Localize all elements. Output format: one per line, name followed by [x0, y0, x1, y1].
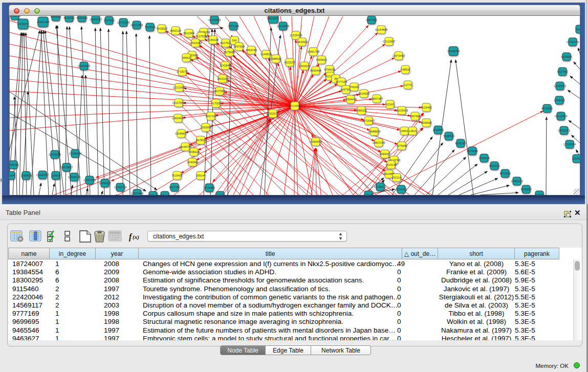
- svg-text:17534: 17534: [364, 193, 372, 195]
- svg-text:8215955: 8215955: [541, 107, 552, 110]
- svg-text:3675685: 3675685: [224, 51, 234, 54]
- svg-text:15751074: 15751074: [567, 40, 579, 43]
- svg-text:10653257: 10653257: [90, 18, 102, 21]
- svg-text:19166827: 19166827: [175, 132, 187, 135]
- svg-text:2087682: 2087682: [366, 18, 377, 21]
- svg-text:748500: 748500: [401, 68, 410, 71]
- svg-text:3716485: 3716485: [204, 186, 214, 189]
- svg-text:9357964: 9357964: [409, 115, 420, 118]
- svg-text:12770: 12770: [404, 83, 411, 86]
- svg-text:417006: 417006: [211, 102, 221, 105]
- svg-text:19651: 19651: [400, 129, 408, 133]
- svg-text:10961758: 10961758: [307, 50, 319, 53]
- svg-text:16210643: 16210643: [555, 115, 567, 118]
- svg-text:(x): (x): [133, 234, 139, 240]
- svg-text:20691406: 20691406: [37, 20, 49, 24]
- svg-text:8454749: 8454749: [246, 49, 256, 52]
- svg-text:12923446: 12923446: [131, 192, 143, 195]
- svg-text:25302073: 25302073: [267, 112, 279, 115]
- svg-text:15720407: 15720407: [362, 119, 375, 122]
- svg-text:1733426: 1733426: [396, 188, 406, 191]
- svg-text:10543362: 10543362: [189, 41, 202, 45]
- svg-text:9634001: 9634001: [50, 16, 61, 18]
- svg-text:8813054: 8813054: [268, 17, 278, 20]
- svg-text:98901: 98901: [182, 56, 190, 59]
- svg-text:20364436: 20364436: [344, 98, 357, 101]
- svg-text:59013: 59013: [149, 194, 157, 195]
- svg-text:9146821: 9146821: [260, 53, 271, 56]
- svg-text:9245652: 9245652: [520, 188, 531, 191]
- svg-text:14923: 14923: [408, 129, 416, 133]
- svg-text:1615132: 1615132: [385, 163, 396, 166]
- svg-text:7663822: 7663822: [156, 27, 167, 30]
- svg-text:8427552: 8427552: [214, 90, 225, 93]
- svg-text:2867608: 2867608: [233, 45, 244, 48]
- svg-text:9127505: 9127505: [195, 35, 206, 38]
- svg-text:2803144: 2803144: [217, 77, 228, 80]
- svg-text:2935514: 2935514: [478, 157, 489, 160]
- svg-text:16033809: 16033809: [208, 18, 221, 21]
- svg-text:12505135: 12505135: [68, 176, 80, 179]
- svg-text:19218506: 19218506: [277, 25, 289, 28]
- svg-text:1527602: 1527602: [103, 19, 114, 22]
- svg-text:16782759: 16782759: [114, 186, 126, 189]
- svg-text:6794028: 6794028: [324, 68, 335, 71]
- svg-text:20206536: 20206536: [49, 153, 61, 156]
- svg-text:10107553: 10107553: [172, 101, 185, 104]
- svg-text:867833: 867833: [196, 139, 205, 142]
- svg-text:8471626: 8471626: [499, 172, 510, 175]
- svg-text:10719155: 10719155: [117, 21, 129, 24]
- svg-text:16154808: 16154808: [375, 28, 387, 31]
- svg-text:16648784: 16648784: [447, 50, 460, 53]
- svg-text:1791374: 1791374: [9, 16, 20, 17]
- svg-text:5938923: 5938923: [443, 135, 454, 138]
- svg-text:2718176: 2718176: [177, 70, 187, 73]
- svg-text:1353594: 1353594: [200, 126, 211, 129]
- svg-text:8186328: 8186328: [207, 38, 218, 41]
- svg-text:10975887: 10975887: [60, 166, 73, 169]
- svg-text:20053346: 20053346: [78, 64, 90, 68]
- svg-text:7632621: 7632621: [489, 164, 499, 167]
- svg-text:10958117: 10958117: [99, 182, 111, 185]
- svg-text:3498222: 3498222: [188, 150, 199, 154]
- svg-text:9474444: 9474444: [467, 149, 477, 152]
- svg-text:6879197: 6879197: [455, 142, 466, 145]
- svg-text:7986322: 7986322: [356, 109, 366, 112]
- svg-text:17957253: 17957253: [83, 179, 96, 182]
- svg-text:114519: 114519: [51, 174, 60, 177]
- svg-text:92456: 92456: [535, 193, 543, 195]
- svg-text:16640910: 16640910: [296, 40, 308, 43]
- svg-text:10688609: 10688609: [368, 130, 380, 133]
- svg-text:15692971: 15692971: [558, 129, 570, 132]
- svg-text:9242848: 9242848: [220, 64, 230, 67]
- svg-text:16046736: 16046736: [179, 145, 191, 148]
- svg-text:746266: 746266: [350, 85, 359, 89]
- svg-text:252214: 252214: [392, 176, 401, 179]
- svg-text:19384554: 19384554: [310, 140, 322, 143]
- svg-text:1156829: 1156829: [20, 174, 31, 177]
- svg-text:f: f: [129, 232, 133, 242]
- svg-text:3267130: 3267130: [205, 115, 216, 118]
- svg-text:10025433: 10025433: [396, 109, 408, 112]
- svg-text:10973493: 10973493: [393, 54, 405, 57]
- svg-text:1588520: 1588520: [270, 57, 281, 60]
- svg-text:1362615: 1362615: [299, 64, 310, 68]
- svg-text:1244415: 1244415: [554, 99, 564, 102]
- svg-text:9227342: 9227342: [557, 70, 568, 73]
- svg-text:6322037: 6322037: [284, 61, 295, 64]
- svg-text:18724007: 18724007: [289, 104, 301, 107]
- svg-text:12213369: 12213369: [173, 86, 185, 89]
- svg-text:10671355: 10671355: [130, 24, 143, 27]
- svg-text:1640994: 1640994: [187, 161, 198, 164]
- svg-text:9699695: 9699695: [421, 121, 431, 124]
- svg-text:12093872: 12093872: [554, 84, 566, 87]
- svg-text:116753: 116753: [572, 157, 580, 160]
- svg-text:11174: 11174: [576, 28, 580, 31]
- svg-text:7357224: 7357224: [228, 25, 238, 28]
- svg-text:7955812: 7955812: [316, 58, 326, 61]
- svg-text:9457791: 9457791: [169, 186, 180, 189]
- svg-text:12325419: 12325419: [290, 34, 302, 37]
- svg-text:10936: 10936: [216, 194, 224, 195]
- svg-text:8120562: 8120562: [63, 16, 74, 19]
- svg-text:62160: 62160: [386, 103, 394, 106]
